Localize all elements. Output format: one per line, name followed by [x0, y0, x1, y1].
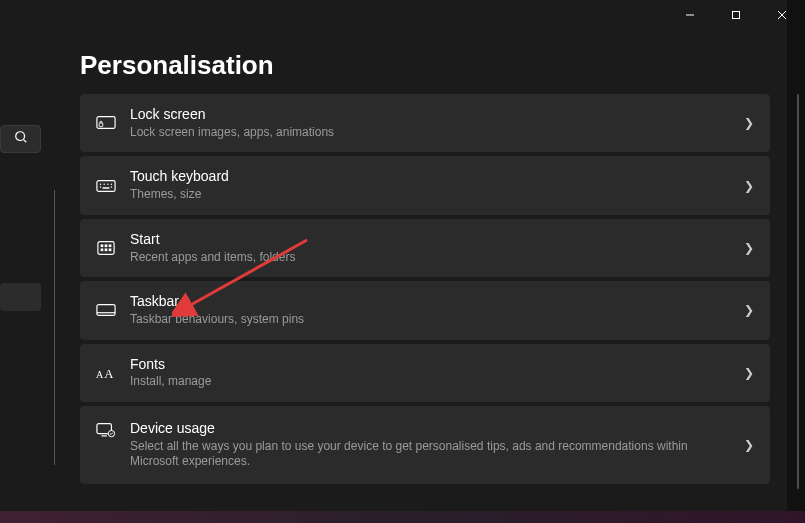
row-desc: Select all the ways you plan to use your…	[130, 439, 736, 470]
svg-rect-1	[733, 12, 740, 19]
svg-rect-7	[99, 123, 103, 127]
sidebar-active-item[interactable]	[0, 283, 41, 311]
svg-rect-8	[97, 180, 115, 191]
chevron-right-icon: ❯	[744, 303, 754, 317]
svg-rect-22	[109, 248, 112, 251]
window-right-edge	[787, 0, 805, 523]
keyboard-icon	[92, 179, 120, 193]
svg-rect-17	[101, 244, 104, 247]
settings-row-taskbar[interactable]: Taskbar Taskbar behaviours, system pins …	[80, 281, 770, 339]
row-desc: Install, manage	[130, 374, 736, 390]
taskbar-icon	[92, 303, 120, 317]
row-desc: Taskbar behaviours, system pins	[130, 312, 736, 328]
chevron-right-icon: ❯	[744, 179, 754, 193]
chevron-right-icon: ❯	[744, 438, 754, 452]
row-title: Start	[130, 231, 736, 248]
row-title: Touch keyboard	[130, 168, 736, 185]
chevron-right-icon: ❯	[744, 241, 754, 255]
row-title: Taskbar	[130, 293, 736, 310]
row-title: Device usage	[130, 420, 736, 437]
settings-list: Lock screen Lock screen images, apps, an…	[80, 94, 770, 484]
svg-point-11	[107, 183, 108, 184]
svg-point-13	[100, 186, 101, 187]
svg-text:A: A	[96, 368, 104, 379]
chevron-right-icon: ❯	[744, 116, 754, 130]
sidebar-divider	[54, 190, 55, 465]
svg-rect-21	[105, 248, 108, 251]
close-button[interactable]	[759, 0, 805, 30]
row-title: Fonts	[130, 356, 736, 373]
svg-rect-18	[105, 244, 108, 247]
svg-point-9	[100, 183, 101, 184]
svg-text:A: A	[104, 366, 114, 380]
svg-rect-19	[109, 244, 112, 247]
settings-row-touch-keyboard[interactable]: Touch keyboard Themes, size ❯	[80, 156, 770, 214]
settings-row-device-usage[interactable]: Device usage Select all the ways you pla…	[80, 406, 770, 484]
device-usage-icon	[92, 422, 120, 438]
svg-line-5	[23, 140, 26, 143]
titlebar	[667, 0, 805, 30]
maximize-button[interactable]	[713, 0, 759, 30]
settings-row-start[interactable]: Start Recent apps and items, folders ❯	[80, 219, 770, 277]
row-desc: Themes, size	[130, 187, 736, 203]
svg-point-12	[111, 183, 112, 184]
chevron-right-icon: ❯	[744, 366, 754, 380]
desktop-peek	[0, 511, 805, 523]
svg-point-4	[15, 132, 24, 141]
search-button[interactable]	[0, 125, 41, 153]
settings-row-fonts[interactable]: AA Fonts Install, manage ❯	[80, 344, 770, 402]
settings-row-lock-screen[interactable]: Lock screen Lock screen images, apps, an…	[80, 94, 770, 152]
row-desc: Lock screen images, apps, animations	[130, 125, 736, 141]
svg-point-10	[103, 183, 104, 184]
svg-rect-15	[102, 187, 109, 188]
svg-rect-16	[98, 242, 114, 255]
row-desc: Recent apps and items, folders	[130, 250, 736, 266]
page-title: Personalisation	[80, 50, 274, 81]
minimize-button[interactable]	[667, 0, 713, 30]
svg-rect-20	[101, 248, 104, 251]
lock-screen-icon	[92, 115, 120, 131]
svg-point-14	[111, 186, 112, 187]
scrollbar[interactable]	[797, 94, 799, 489]
svg-rect-23	[97, 305, 115, 316]
start-icon	[92, 240, 120, 256]
row-title: Lock screen	[130, 106, 736, 123]
fonts-icon: AA	[92, 365, 120, 381]
search-icon	[14, 130, 28, 148]
